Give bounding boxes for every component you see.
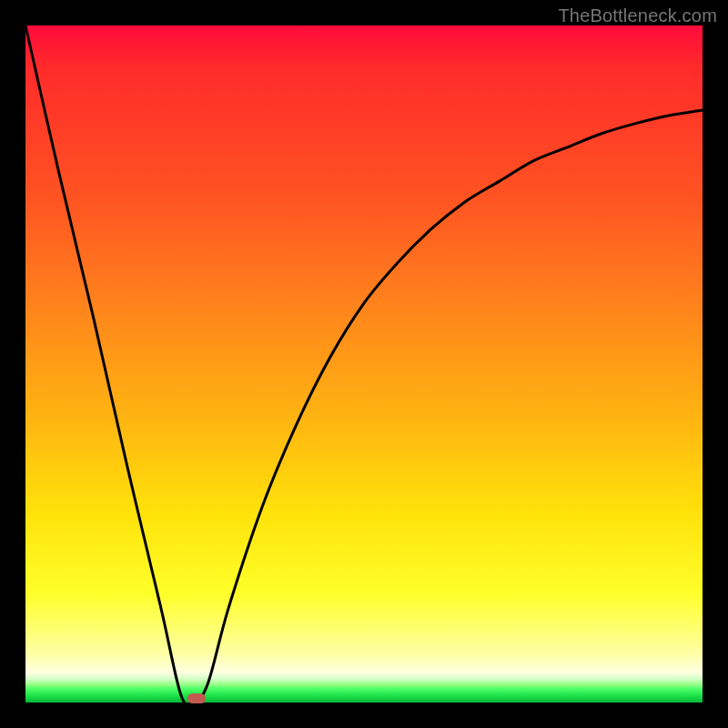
curve-svg	[25, 25, 703, 703]
attribution-text: TheBottleneck.com	[558, 5, 717, 26]
optimal-marker	[187, 693, 206, 703]
plot-area	[25, 25, 703, 703]
chart-frame: TheBottleneck.com	[0, 0, 728, 728]
bottleneck-curve-path	[25, 25, 703, 706]
